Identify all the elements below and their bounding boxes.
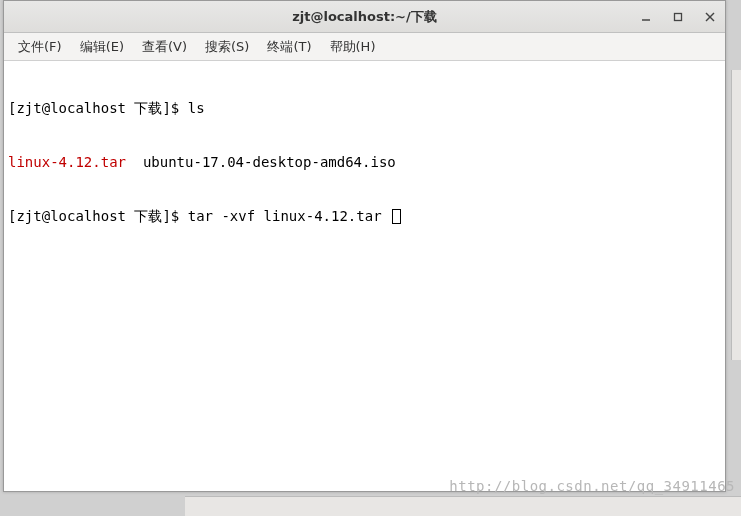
terminal-line-2: linux-4.12.tar ubuntu-17.04-desktop-amd6…	[8, 153, 721, 171]
command-text: tar -xvf linux-4.12.tar	[188, 208, 390, 224]
ls-output-file2: ubuntu-17.04-desktop-amd64.iso	[143, 154, 396, 170]
menu-search[interactable]: 搜索(S)	[197, 34, 257, 60]
minimize-icon	[641, 12, 651, 22]
prompt: [zjt@localhost 下载]$	[8, 100, 188, 116]
terminal-area[interactable]: [zjt@localhost 下载]$ ls linux-4.12.tar ub…	[4, 61, 725, 491]
titlebar[interactable]: zjt@localhost:~/下载	[4, 1, 725, 33]
ls-output-spacer	[126, 154, 143, 170]
terminal-line-1: [zjt@localhost 下载]$ ls	[8, 99, 721, 117]
menu-file[interactable]: 文件(F)	[10, 34, 70, 60]
close-button[interactable]	[701, 8, 719, 26]
ls-output-file1: linux-4.12.tar	[8, 154, 126, 170]
maximize-icon	[673, 12, 683, 22]
window-controls	[637, 1, 719, 32]
svg-rect-1	[675, 13, 682, 20]
menu-view[interactable]: 查看(V)	[134, 34, 195, 60]
terminal-window: zjt@localhost:~/下载 文件(F) 编辑(E) 查看(V) 搜索(…	[3, 0, 726, 492]
menu-edit[interactable]: 编辑(E)	[72, 34, 132, 60]
command-text: ls	[188, 100, 205, 116]
terminal-cursor	[392, 209, 401, 224]
maximize-button[interactable]	[669, 8, 687, 26]
terminal-line-3: [zjt@localhost 下载]$ tar -xvf linux-4.12.…	[8, 207, 721, 225]
menubar: 文件(F) 编辑(E) 查看(V) 搜索(S) 终端(T) 帮助(H)	[4, 33, 725, 61]
close-icon	[705, 12, 715, 22]
prompt: [zjt@localhost 下载]$	[8, 208, 188, 224]
minimize-button[interactable]	[637, 8, 655, 26]
background-window-stub-right	[731, 70, 741, 360]
menu-help[interactable]: 帮助(H)	[322, 34, 384, 60]
window-title: zjt@localhost:~/下载	[292, 8, 437, 26]
menu-terminal[interactable]: 终端(T)	[259, 34, 319, 60]
background-window-stub-bottom	[185, 496, 741, 516]
